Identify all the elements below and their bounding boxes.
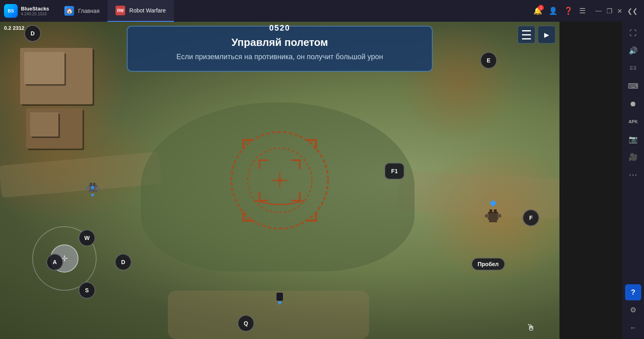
sidebar-network[interactable]: ⠿⠿ [625, 60, 641, 76]
svg-rect-15 [485, 214, 489, 217]
svg-rect-16 [497, 214, 501, 217]
app-name: BlueStacks [21, 6, 49, 12]
bluestacks-logo[interactable]: BS BlueStacks 4.240.20.1016 [0, 0, 56, 22]
key-e[interactable]: E [480, 52, 497, 69]
svg-rect-17 [489, 218, 497, 222]
tutorial-title: Управляй полетом [144, 36, 416, 49]
tutorial-popup: Управляй полетом Если приземлиться на пр… [127, 26, 433, 72]
home-tab-icon: 🏠 [64, 6, 74, 16]
key-f[interactable]: F [522, 209, 539, 226]
sidebar-keyboard[interactable]: ⌨ [625, 78, 641, 94]
tab-game-label: Robot Warfare [129, 7, 166, 14]
robot-body [277, 293, 283, 301]
coords-display: 0.2 2312 [4, 25, 25, 31]
game-background: 0.2 2312 0520 Управляй полетом Если приз… [0, 22, 559, 339]
sidebar-screenshot[interactable]: 📷 [625, 131, 641, 147]
enemy-unit-left [83, 179, 103, 195]
key-d[interactable]: D [115, 254, 132, 271]
score-value: 0520 [269, 23, 291, 32]
svg-rect-7 [93, 183, 95, 186]
game-menu-button[interactable] [518, 26, 535, 43]
player-indicator [277, 302, 282, 305]
mouse-indicator: 🖱 [526, 322, 535, 333]
game-viewport[interactable]: 0.2 2312 0520 Управляй полетом Если приз… [0, 22, 559, 339]
key-q[interactable]: Q [237, 315, 254, 332]
central-ground [141, 102, 415, 271]
help-icon[interactable]: ❓ [564, 6, 573, 15]
notification-bell[interactable]: 🔔 1 [533, 6, 542, 15]
tabs-bar: 🏠 Главная RW Robot Warfare [56, 0, 527, 22]
road-bottom [168, 291, 369, 339]
game-tab-icon: RW [116, 6, 125, 15]
titlebar: BS BlueStacks 4.240.20.1016 🏠 Главная RW… [0, 0, 644, 22]
key-a[interactable]: A [46, 254, 63, 271]
sidebar-record[interactable]: ⏺ [625, 96, 641, 112]
tab-home[interactable]: 🏠 Главная [56, 0, 107, 22]
sidebar-more[interactable]: ··· [625, 167, 641, 183]
sidebar-back[interactable]: ← [625, 320, 641, 336]
bs-logo-icon: BS [4, 4, 18, 18]
sidebar-help[interactable]: ? [625, 284, 641, 300]
app-version: 4.240.20.1016 [21, 12, 49, 16]
building-2-detail [30, 112, 58, 136]
close-button[interactable]: ✕ [617, 7, 622, 15]
svg-rect-8 [86, 187, 90, 190]
tutorial-description: Если приземлиться на противника, он полу… [144, 53, 416, 61]
minimize-button[interactable]: — [595, 7, 602, 15]
svg-rect-13 [489, 209, 492, 213]
svg-marker-11 [91, 194, 95, 197]
svg-rect-6 [90, 183, 92, 186]
hamburger-menu-icon[interactable]: ☰ [579, 6, 586, 15]
expand-viewport-button[interactable]: ▶ [538, 26, 555, 43]
svg-point-10 [91, 186, 94, 189]
titlebar-right: 🔔 1 👤 ❓ ☰ — ❐ ✕ ❮❮ [527, 6, 644, 15]
notification-badge: 1 [538, 5, 544, 10]
sidebar-apk[interactable]: APK [625, 114, 641, 130]
maximize-button[interactable]: ❐ [607, 7, 612, 15]
coords-text: 0.2 2312 [4, 25, 25, 31]
key-d-topleft[interactable]: D [24, 25, 41, 42]
account-icon[interactable]: 👤 [549, 6, 557, 15]
hamburger-icon [522, 29, 531, 40]
building-1-detail [24, 52, 64, 84]
tab-game[interactable]: RW Robot Warfare [107, 0, 174, 22]
key-s[interactable]: S [78, 282, 95, 299]
right-sidebar: ⛶ 🔊 ⠿⠿ ⌨ ⏺ APK 📷 🎥 ··· ? ⚙ ← [622, 22, 644, 339]
sidebar-camera[interactable]: 🎥 [625, 149, 641, 165]
collapse-button[interactable]: ❮❮ [627, 7, 638, 15]
svg-rect-14 [494, 209, 497, 213]
player-robot [275, 293, 285, 305]
expand-arrow-icon: ▶ [544, 31, 549, 39]
svg-rect-9 [95, 187, 99, 190]
sidebar-fullscreen[interactable]: ⛶ [625, 25, 641, 41]
key-w[interactable]: W [78, 229, 95, 246]
window-controls: — ❐ ✕ ❮❮ [595, 7, 638, 15]
score-display: 0520 [269, 23, 291, 33]
sidebar-volume[interactable]: 🔊 [625, 43, 641, 59]
tab-home-label: Главная [78, 8, 99, 14]
enemy-unit-right [483, 207, 503, 223]
key-probel[interactable]: Пробел [471, 258, 506, 271]
key-f1[interactable]: F1 [384, 163, 405, 180]
sidebar-settings[interactable]: ⚙ [625, 302, 641, 318]
